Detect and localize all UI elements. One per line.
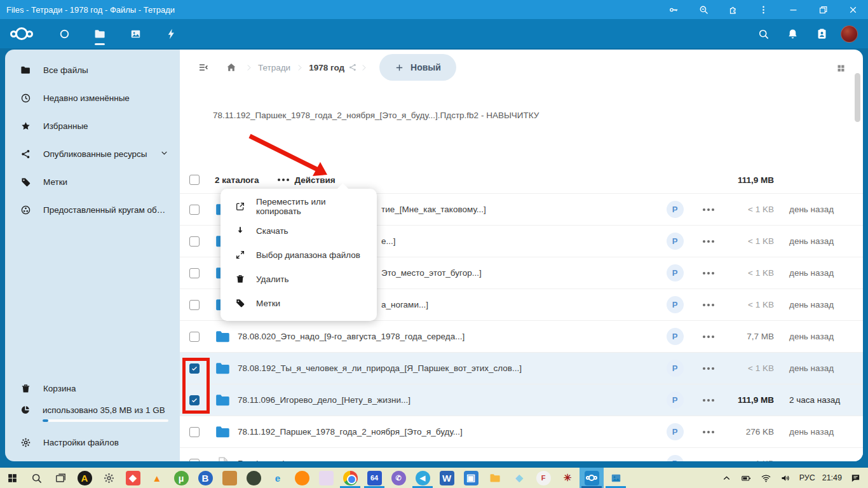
wifi-icon[interactable]	[760, 471, 773, 484]
tray-expand-icon[interactable]	[721, 471, 733, 484]
owner-badge[interactable]: P	[667, 423, 684, 440]
taskbar-viber-icon[interactable]: ✆	[386, 468, 410, 488]
taskbar-crystal-app-icon[interactable]: ◆	[507, 468, 531, 488]
owner-badge[interactable]: P	[667, 360, 684, 377]
taskbar-light-app-icon[interactable]	[314, 468, 338, 488]
quota-block[interactable]: использовано 35,8 MB из 1 GB	[5, 402, 180, 428]
taskbar-game-character-icon[interactable]	[217, 468, 241, 488]
taskbar-red-utility-icon[interactable]: ◆	[121, 468, 145, 488]
user-avatar[interactable]	[841, 25, 858, 43]
select-all-checkbox[interactable]	[189, 175, 200, 185]
row-checkbox[interactable]	[189, 205, 200, 215]
menu-item-move[interactable]: Переместить или копировать	[220, 194, 377, 219]
share-icon[interactable]	[348, 63, 357, 72]
extensions-icon[interactable]	[719, 0, 749, 19]
row-checkbox-checked[interactable]	[189, 363, 200, 374]
close-button[interactable]	[838, 0, 868, 19]
taskbar-file-explorer-icon[interactable]	[483, 468, 507, 488]
taskbar-fbe-app-icon[interactable]: F	[531, 468, 555, 488]
taskbar-start-icon[interactable]	[0, 468, 24, 488]
notification-center-icon[interactable]	[849, 471, 862, 484]
taskbar-dictionary-icon[interactable]: ▣	[459, 468, 483, 488]
taskbar-aimp-icon[interactable]: A	[72, 468, 97, 488]
sidebar-item-all-files[interactable]: Все файлы	[5, 56, 180, 84]
taskbar-task-view-icon[interactable]	[48, 468, 72, 488]
taskbar-telegram-icon[interactable]: ◀	[410, 468, 435, 488]
taskbar-vlc-icon[interactable]: ▲	[145, 468, 169, 488]
row-actions-icon[interactable]	[703, 272, 714, 274]
taskbar-dark-sphere-app-icon[interactable]	[241, 468, 266, 488]
minimize-button[interactable]	[778, 0, 808, 19]
row-actions-icon[interactable]	[703, 240, 714, 243]
app-photos-icon[interactable]	[126, 19, 145, 48]
row-checkbox[interactable]	[189, 427, 200, 437]
actions-button[interactable]: Действия	[278, 175, 335, 185]
sidebar-toggle-icon[interactable]	[193, 57, 214, 78]
file-name[interactable]: 78.08.020_Это_надо_[9-го_августа_1978_го…	[238, 332, 659, 341]
notifications-bell-icon[interactable]	[782, 24, 803, 44]
new-button[interactable]: Новый	[379, 54, 456, 81]
sidebar-item-recent[interactable]: Недавно изменённые	[5, 84, 180, 112]
file-row[interactable]: 78.11.096_Игорево_дело_[Нету_в_жизни...]…	[180, 384, 863, 416]
taskbar-firefox-icon[interactable]	[290, 468, 314, 488]
taskbar-image-viewer-icon[interactable]	[604, 468, 628, 488]
file-row[interactable]: Readme.mdP< 1 KBдень назад	[180, 447, 863, 461]
nextcloud-logo[interactable]	[10, 27, 33, 40]
taskbar-chrome-icon[interactable]	[338, 468, 362, 488]
row-checkbox[interactable]	[189, 332, 200, 342]
breadcrumb-item[interactable]: Тетради	[255, 63, 293, 72]
chevron-down-icon[interactable]	[160, 149, 168, 159]
menu-item-download[interactable]: Скачать	[220, 219, 377, 243]
row-checkbox[interactable]	[189, 236, 200, 247]
app-files-icon[interactable]	[90, 19, 109, 48]
menu-item-range[interactable]: Выбор диапазона файлов	[220, 243, 377, 267]
owner-badge[interactable]: P	[667, 264, 684, 281]
file-row[interactable]: 78.08.020_Это_надо_[9-го_августа_1978_го…	[180, 320, 863, 352]
sidebar-item-circles[interactable]: Предоставленный кругам общ...	[5, 196, 180, 224]
taskbar-red-star-app-icon[interactable]: ✳	[555, 468, 580, 488]
row-actions-icon[interactable]	[703, 304, 714, 306]
taskbar-settings-app-icon[interactable]	[97, 468, 121, 488]
app-activity-icon[interactable]	[161, 19, 180, 48]
row-checkbox-checked[interactable]	[189, 395, 200, 405]
sidebar-item-tags[interactable]: Метки	[5, 168, 180, 196]
volume-icon[interactable]	[780, 471, 792, 484]
taskbar-word-icon[interactable]: W	[435, 468, 459, 488]
restore-button[interactable]	[808, 0, 838, 19]
row-checkbox[interactable]	[189, 268, 200, 278]
home-icon[interactable]	[220, 57, 242, 78]
row-actions-icon[interactable]	[703, 431, 714, 433]
file-row[interactable]: 78.08.192_Ты_я_человек_я_ли_природа_[Я_П…	[180, 352, 863, 384]
zoom-out-icon[interactable]	[689, 0, 719, 19]
clock[interactable]: 21:49	[822, 473, 842, 482]
menu-item-tag[interactable]: Метки	[220, 291, 377, 315]
taskbar-bluetooth-icon[interactable]: B	[193, 468, 217, 488]
file-name[interactable]: 78.08.192_Ты_я_человек_я_ли_природа_[Я_П…	[238, 363, 659, 373]
row-checkbox[interactable]	[189, 459, 200, 462]
key-icon[interactable]	[659, 0, 689, 19]
owner-badge[interactable]: P	[667, 233, 684, 250]
file-name[interactable]: 78.11.096_Игорево_дело_[Нету_в_жизни...]	[238, 395, 659, 405]
taskbar-edge-icon[interactable]: e	[266, 468, 290, 488]
owner-badge[interactable]: P	[667, 328, 684, 345]
browser-menu-icon[interactable]	[749, 0, 778, 19]
owner-badge[interactable]: P	[667, 201, 684, 218]
menu-item-trash[interactable]: Удалить	[220, 267, 377, 291]
row-actions-icon[interactable]	[703, 208, 714, 211]
sidebar-item-settings[interactable]: Настройки файлов	[5, 428, 180, 456]
taskbar-fb2-reader-icon[interactable]: 64	[362, 468, 386, 488]
taskbar-nextcloud-client-icon[interactable]	[580, 468, 604, 488]
row-checkbox[interactable]	[189, 300, 200, 310]
owner-badge[interactable]: P	[667, 296, 684, 313]
scrollbar-thumb[interactable]	[855, 73, 860, 122]
owner-badge[interactable]: P	[667, 391, 684, 409]
row-actions-icon[interactable]	[703, 367, 714, 370]
file-name[interactable]: 78.11.192_Паршек_1978_года_2_ноября_[Это…	[238, 427, 659, 437]
file-row[interactable]: 78.11.192_Паршек_1978_года_2_ноября_[Это…	[180, 416, 863, 447]
sidebar-item-favorites[interactable]: Избранные	[5, 112, 180, 140]
battery-icon[interactable]	[740, 471, 753, 484]
sidebar-item-shares[interactable]: Опубликованные ресурсы	[5, 140, 180, 168]
breadcrumb-item-current[interactable]: 1978 год	[306, 63, 347, 72]
row-actions-icon[interactable]	[703, 336, 714, 338]
input-language[interactable]: РУС	[799, 473, 815, 482]
